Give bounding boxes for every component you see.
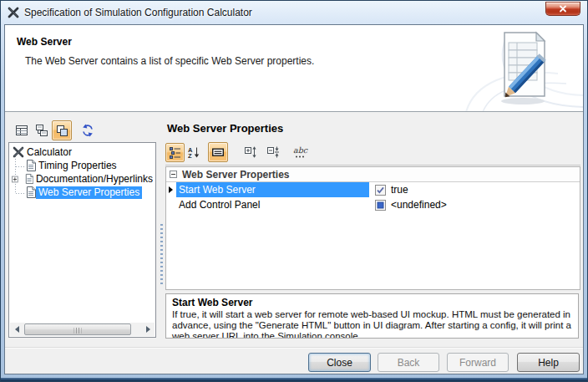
close-icon <box>559 5 567 13</box>
tree-item-label-selected: Web Server Properties <box>36 186 142 199</box>
config-tree-panel: Calculator Timing Properties <box>8 142 156 338</box>
close-dialog-button[interactable]: Close <box>308 353 371 372</box>
selected-row-arrow-icon <box>169 186 173 193</box>
document-icon <box>26 160 36 171</box>
specification-dialog-window: Specification of Simulation Configuratio… <box>0 0 588 382</box>
tree-view-button[interactable] <box>33 121 51 140</box>
refresh-button[interactable] <box>79 121 97 140</box>
web-server-page-icon <box>494 29 556 108</box>
categorized-view-icon <box>169 146 182 160</box>
tree-item-web-server-properties[interactable]: Web Server Properties <box>9 186 155 199</box>
collapse-minus-icon[interactable] <box>170 171 177 178</box>
table-view-icon <box>15 124 28 137</box>
splitter-grip-icon <box>160 224 163 284</box>
properties-toolbar: A Z <box>165 141 580 166</box>
tree-item-label: Calculator <box>24 146 74 159</box>
magicdraw-app-icon <box>8 7 19 18</box>
inherited-view-icon <box>55 124 68 137</box>
property-description-panel: Start Web Server If true, it will start … <box>165 293 579 339</box>
categorized-view-button[interactable] <box>165 143 185 162</box>
property-value-cell[interactable]: <undefined> <box>369 197 580 212</box>
header-banner: Web Server The Web Server contains a lis… <box>5 25 583 112</box>
description-body: If true, it will start a web server for … <box>172 309 572 339</box>
scrollbar-track[interactable] <box>23 323 141 336</box>
calculator-icon <box>13 146 24 158</box>
property-name: Add Control Panel <box>176 197 369 212</box>
collapse-nodes-button[interactable] <box>264 143 282 161</box>
row-gutter <box>166 182 176 197</box>
property-name: Start Web Server <box>176 182 369 197</box>
collapse-nodes-icon <box>266 145 280 159</box>
back-button[interactable]: Back <box>378 353 439 372</box>
banner-title: Web Server <box>17 36 72 48</box>
properties-table: Web Server Properties Start Web Server t… <box>165 166 580 290</box>
tree-item-calculator[interactable]: Calculator <box>9 145 155 159</box>
tree-item-documentation-hyperlinks[interactable]: Documentation/Hyperlinks <box>9 172 155 186</box>
document-icon <box>26 186 36 198</box>
document-icon <box>25 173 33 185</box>
expand-plus-icon[interactable] <box>12 176 18 183</box>
arrow-left-icon <box>15 326 19 333</box>
property-value: <undefined> <box>391 199 447 211</box>
svg-text:Z: Z <box>188 152 192 159</box>
property-value: true <box>391 184 408 196</box>
tree-view-icon <box>35 124 48 137</box>
checkbox-undefined-icon[interactable] <box>375 200 386 211</box>
tree-item-label: Documentation/Hyperlinks <box>33 173 155 186</box>
show-abbreviations-icon: abc <box>292 145 311 159</box>
horizontal-scrollbar[interactable] <box>10 323 155 336</box>
table-view-button[interactable] <box>13 121 31 140</box>
property-row-start-web-server[interactable]: Start Web Server true <box>166 182 580 197</box>
show-fields-icon <box>211 145 225 159</box>
row-gutter <box>166 197 176 212</box>
scroll-left-button[interactable] <box>10 323 23 336</box>
panel-heading: Web Server Properties <box>167 122 283 135</box>
refresh-icon <box>81 124 94 137</box>
scroll-right-button[interactable] <box>141 323 155 336</box>
show-fields-button[interactable] <box>208 142 228 162</box>
panel-splitter[interactable] <box>158 142 165 338</box>
property-row-add-control-panel[interactable]: Add Control Panel <undefined> <box>166 197 580 212</box>
thumb-grip-icon <box>74 328 82 334</box>
sort-alphabetically-button[interactable]: A Z <box>185 143 203 161</box>
button-separator <box>5 347 583 349</box>
help-button[interactable]: Help <box>517 353 580 372</box>
group-label: Web Server Properties <box>182 169 290 181</box>
forward-button[interactable]: Forward <box>447 353 509 372</box>
property-group-header[interactable]: Web Server Properties <box>166 167 580 182</box>
show-abbreviations-button[interactable]: abc <box>291 143 312 161</box>
close-button[interactable] <box>545 2 580 16</box>
inherited-view-button[interactable] <box>52 120 72 140</box>
arrow-right-icon <box>146 326 150 333</box>
svg-text:abc: abc <box>293 145 308 155</box>
expand-nodes-icon <box>244 145 257 159</box>
sort-alphabetically-icon: A Z <box>187 145 200 159</box>
description-title: Start Web Server <box>172 297 572 308</box>
expand-nodes-button[interactable] <box>241 143 260 161</box>
title-bar[interactable]: Specification of Simulation Configuratio… <box>1 1 587 24</box>
dialog-content: Web Server The Web Server contains a lis… <box>4 24 584 374</box>
banner-description: The Web Server contains a list of specif… <box>25 55 314 67</box>
tree-item-timing-properties[interactable]: Timing Properties <box>9 159 155 172</box>
window-title: Specification of Simulation Configuratio… <box>24 7 252 18</box>
scrollbar-thumb[interactable] <box>24 323 131 335</box>
tree-item-label: Timing Properties <box>36 160 119 172</box>
property-value-cell[interactable]: true <box>369 182 580 197</box>
checkbox-checked-icon[interactable] <box>375 185 386 196</box>
